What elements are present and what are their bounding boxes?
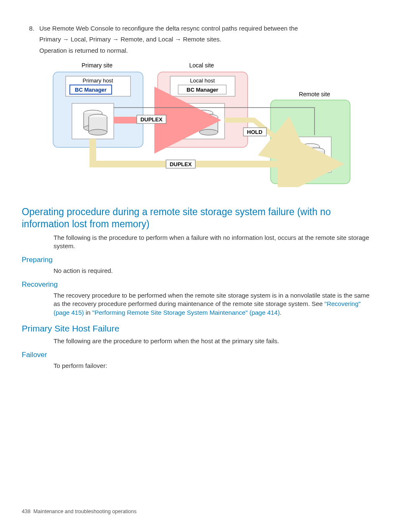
failover-text: To perform failover: (54, 362, 377, 370)
remote-site-label: Remote site (299, 91, 330, 98)
sec2-text: The following are the procedure to perfo… (54, 337, 377, 345)
ordered-list-item: 8. Use Remote Web Console to reconfigure… (22, 24, 377, 57)
site-diagram: Primary site Local site Remote site Prim… (22, 62, 377, 189)
bc-manager-local-label: BC Manager (187, 87, 218, 93)
local-host-label: Local host (190, 77, 215, 84)
primary-host-label: Primary host (83, 77, 113, 84)
step-text-1a: Use Remote Web Console to reconfigure th… (39, 24, 377, 33)
duplex-label-1: DUPLEX (141, 116, 163, 123)
heading-recovering: Recovering (22, 280, 377, 290)
sec1-text: The following is the procedure to perfor… (54, 234, 377, 251)
prep-text: No action is required. (54, 267, 377, 275)
rec-text-a: The recovery procedure to be performed w… (54, 292, 369, 307)
bc-manager-primary-label: BC Manager (75, 87, 107, 93)
step-text-2: Operation is returned to normal. (39, 46, 377, 55)
local-site-label: Local site (189, 62, 214, 69)
list-number: 8. (22, 24, 39, 57)
rec-text: The recovery procedure to be performed w… (54, 291, 377, 317)
hold-label: HOLD (247, 129, 263, 135)
rec-text-b: in (84, 309, 92, 316)
heading-failover: Failover (22, 350, 377, 360)
list-body: Use Remote Web Console to reconfigure th… (39, 24, 377, 57)
sec2-body: The following are the procedure to perfo… (54, 337, 377, 345)
failover-body: To perform failover: (54, 362, 377, 370)
heading-primary-site-host-failure: Primary Site Host Failure (22, 323, 377, 334)
rec-text-c: . (280, 309, 281, 316)
heading-operating-procedure: Operating procedure during a remote site… (22, 206, 377, 230)
step-text-1b: Primary → Local, Primary → Remote, and L… (39, 35, 377, 44)
duplex-label-2: DUPLEX (170, 161, 192, 167)
primary-site-label: Primary site (82, 62, 113, 69)
prep-body: No action is required. (54, 267, 377, 275)
link-maintenance-414[interactable]: "Performing Remote Site Storage System M… (92, 309, 280, 316)
rec-body: The recovery procedure to be performed w… (54, 291, 377, 317)
heading-preparing: Preparing (22, 255, 377, 265)
sec1-body: The following is the procedure to perfor… (54, 234, 377, 251)
